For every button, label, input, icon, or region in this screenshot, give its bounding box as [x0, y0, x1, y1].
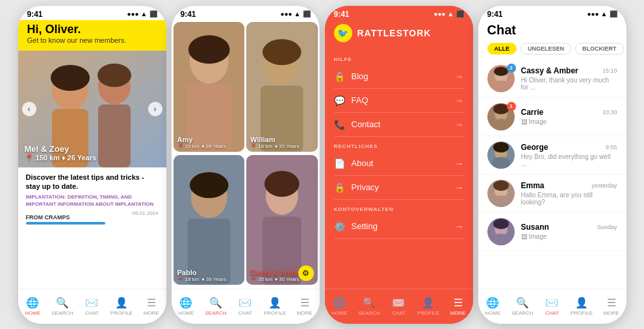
chat-item-susann[interactable]: Susann Sunday 🖼 Image	[478, 213, 626, 251]
chat-preview-carrie: 🖼 Image	[521, 118, 617, 125]
section-rechtliches: RECHTLICHES	[334, 143, 464, 149]
chat-item-cassy[interactable]: 2 Cassy & Amber 15:10 Hi Oliver, thank y…	[478, 60, 626, 98]
blog-label: Blog	[352, 71, 368, 81]
svg-point-41	[493, 219, 509, 229]
filter-blockiert[interactable]: BLOCKIERT	[575, 43, 624, 55]
nav-more-s[interactable]: ☰ MORE	[290, 289, 320, 324]
menu-blog[interactable]: 🔒 Blog →	[334, 65, 464, 89]
chat-item-george[interactable]: George 9:55 Hey Bro, did everything go w…	[478, 136, 626, 175]
nav-chat-m[interactable]: ✉️ CHAT	[384, 289, 414, 324]
home-icon-s: 🌐	[179, 297, 192, 309]
chat-list: 2 Cassy & Amber 15:10 Hi Oliver, thank y…	[478, 60, 626, 289]
avatar-george	[487, 141, 515, 169]
home-icon-c: 🌐	[486, 297, 499, 309]
faq-icon: 💬	[334, 95, 345, 106]
status-time-search: 9:41	[181, 10, 196, 19]
svg-point-6	[97, 64, 131, 87]
greeting: Hi, Oliver.	[27, 23, 157, 36]
status-bar-menu: 9:41 ●●●▲⬛	[325, 6, 473, 20]
nav-home[interactable]: 🌐 HOME	[18, 289, 48, 324]
filter-button[interactable]: ⚙	[298, 265, 314, 281]
about-icon: 📄	[334, 158, 345, 169]
chat-content-george: George 9:55 Hey Bro, did everything go w…	[521, 143, 617, 167]
filter-ungelesen[interactable]: UNGELESEN	[521, 43, 571, 55]
setting-label: Setting	[352, 221, 378, 231]
profile-pablo[interactable]: Pablo 📍 18 km♦ 39 Years	[174, 155, 245, 285]
chat-icon-c: ✉️	[545, 297, 558, 309]
profile-icon-c: 👤	[575, 297, 588, 309]
blog-date: 08.01.2024	[132, 210, 158, 216]
profile-icon-m: 👤	[422, 297, 435, 309]
setting-icon: ⚙️	[334, 221, 345, 232]
avatar-susann	[487, 218, 515, 245]
filter-alle[interactable]: ALLE	[487, 43, 517, 55]
chat-item-emma[interactable]: Emma yesterday Hallo Emma, are you still…	[478, 175, 626, 213]
search-icon-s: 🔍	[209, 297, 222, 309]
nav-chat-label: CHAT	[85, 310, 99, 316]
more-icon-m: ☰	[454, 297, 463, 309]
menu-privacy[interactable]: 🔒 Privacy →	[334, 176, 464, 200]
svg-point-30	[492, 119, 510, 130]
chat-preview-george: Hey Bro, did everything go well ...	[521, 153, 617, 167]
profile-amy[interactable]: Amy 📍 15 km♦ 28 Years	[174, 22, 245, 152]
svg-point-37	[493, 180, 509, 191]
status-bar-search: 9:41 ●●●▲⬛	[172, 6, 320, 20]
chat-name-emma: Emma	[521, 181, 545, 190]
nav-chat-c[interactable]: ✉️ CHAT	[537, 289, 567, 324]
pablo-info: Pablo 📍 18 km♦ 39 Years	[177, 269, 226, 282]
greeting-sub: Get to know our new members.	[27, 36, 157, 44]
home-icon: 🌐	[26, 297, 39, 309]
nav-chat[interactable]: ✉️ CHAT	[77, 289, 107, 324]
nav-search-c[interactable]: 🔍 SEARCH	[508, 289, 537, 324]
profile-william[interactable]: William 📍 18 km♦ 35 Years	[246, 22, 318, 152]
bottom-nav-home: 🌐 HOME 🔍 SEARCH ✉️ CHAT 👤 PROFILE ☰ MORE	[18, 289, 166, 324]
nav-profile-label: PROFILE	[110, 310, 133, 316]
home-content: Discover the latest tips and tricks - st…	[18, 167, 166, 230]
nav-home-m[interactable]: 🌐 HOME	[325, 289, 355, 324]
section-title: Discover the latest tips and tricks - st…	[26, 173, 159, 191]
search-icon-c: 🔍	[516, 297, 529, 309]
profile-carousel[interactable]: ‹ › Mel & Zoey 📍 150 km ♦ 26 Years	[18, 51, 166, 167]
privacy-arrow: →	[455, 182, 464, 193]
status-time: 9:41	[27, 10, 43, 19]
avatar-cassy: 2	[487, 65, 515, 92]
nav-profile-s[interactable]: 👤 PROFILE	[260, 289, 290, 324]
nav-more-m[interactable]: ☰ MORE	[443, 289, 473, 324]
status-bar-home: 9:41 ●●● ▲ ⬛	[18, 6, 166, 20]
status-time-chat: 9:41	[487, 10, 503, 19]
nav-home-s[interactable]: 🌐 HOME	[172, 289, 201, 324]
phone-menu: 9:41 ●●●▲⬛ 🐦 RATTLESTORK HILFE 🔒 Blog → …	[325, 6, 473, 324]
carousel-prev[interactable]: ‹	[22, 102, 36, 116]
carousel-next[interactable]: ›	[148, 102, 162, 116]
chat-content-emma: Emma yesterday Hallo Emma, are you still…	[521, 181, 617, 206]
chat-item-carrie[interactable]: 1 Carrie 10:30 🖼 Image	[478, 98, 626, 136]
nav-more-c[interactable]: ☰ MORE	[597, 289, 626, 324]
nav-search-s[interactable]: 🔍 SEARCH	[201, 289, 231, 324]
nav-more-label: MORE	[144, 310, 159, 316]
section-hilfe: HILFE	[334, 56, 464, 62]
menu-body: HILFE 🔒 Blog → 💬 FAQ → 📞 Contact	[325, 56, 473, 239]
nav-more[interactable]: ☰ MORE	[136, 289, 166, 324]
nav-profile-m[interactable]: 👤 PROFILE	[413, 289, 443, 324]
nav-profile-c[interactable]: 👤 PROFILE	[567, 289, 597, 324]
svg-point-38	[492, 195, 510, 207]
progress-bar	[26, 222, 105, 225]
menu-setting[interactable]: ⚙️ Setting →	[334, 215, 464, 239]
blog-tag[interactable]: IMPLANTATION: DEFINITION, TIMING, AND IM…	[26, 193, 159, 208]
nav-home-c[interactable]: 🌐 HOME	[478, 289, 508, 324]
chat-icon-m: ✉️	[392, 297, 405, 309]
profile-cassy-amber[interactable]: Cassy & Amber 📍 35 km♦ 30 Years ⚙	[246, 155, 318, 285]
nav-profile[interactable]: 👤 PROFILE	[107, 289, 136, 324]
phone-search: 9:41 ●●●▲⬛ Amy 📍 15 km♦ 28 Years	[172, 6, 320, 324]
menu-faq[interactable]: 💬 FAQ →	[334, 89, 464, 113]
nav-chat-s[interactable]: ✉️ CHAT	[231, 289, 261, 324]
menu-about[interactable]: 📄 About →	[334, 152, 464, 176]
nav-search-m[interactable]: 🔍 SEARCH	[354, 289, 384, 324]
svg-point-9	[188, 35, 229, 64]
menu-contact[interactable]: 📞 Contact →	[334, 113, 464, 137]
faq-label: FAQ	[352, 95, 368, 105]
profile-icon: 👤	[115, 297, 128, 309]
bottom-nav-menu: 🌐 HOME 🔍 SEARCH ✉️ CHAT 👤 PROFILE ☰ MORE	[325, 289, 473, 324]
nav-search[interactable]: 🔍 SEARCH	[47, 289, 77, 324]
chat-time-emma: yesterday	[591, 182, 617, 189]
